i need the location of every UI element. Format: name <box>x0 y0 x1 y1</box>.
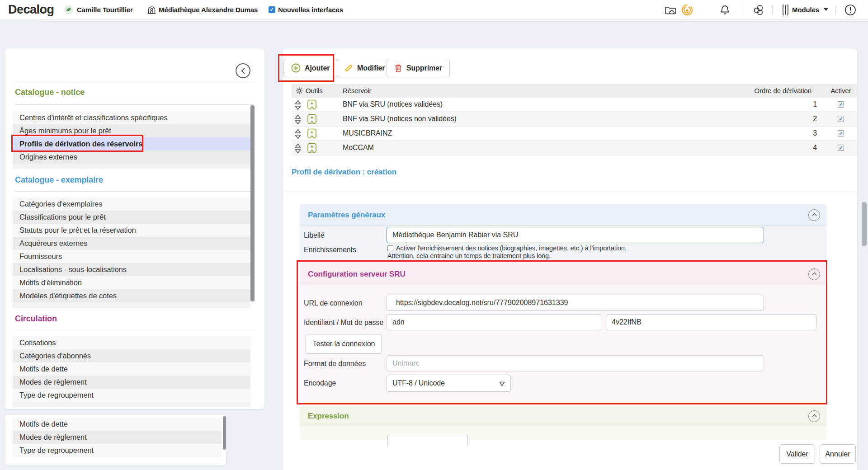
format-donnees-input <box>387 355 764 371</box>
derivation-order: 4 <box>744 144 817 152</box>
sidebar-item-modeles-etiquettes[interactable]: Modèles d'étiquettes de cotes <box>13 289 250 302</box>
page-scrollbar[interactable] <box>862 202 867 246</box>
list-filler-stripe <box>13 302 250 308</box>
table-row[interactable]: BNF via SRU (notices non validées) 2 ✓ <box>292 112 857 127</box>
decalog-logo: Decalog <box>8 3 54 17</box>
sidebar-item-fournisseurs[interactable]: Fournisseurs <box>13 250 250 263</box>
new-interfaces-label: Nouvelles interfaces <box>278 0 343 20</box>
cancel-button[interactable]: Annuler <box>820 444 856 464</box>
dropdown-triangle-icon <box>499 381 505 386</box>
enrichissement-checkbox[interactable] <box>387 245 393 251</box>
unlink-icon[interactable] <box>294 100 302 112</box>
derivation-order: 2 <box>744 115 817 123</box>
divider <box>15 83 254 83</box>
identifiant-mdp-label: Identifiant / Mot de passe <box>304 319 383 327</box>
sidebar-section-catalogue-exemplaire: Catalogue - exemplaire <box>15 175 103 185</box>
chevron-down-icon <box>824 8 828 11</box>
tester-connexion-button[interactable]: Tester la connexion <box>306 334 382 354</box>
sidebar-item-localisations[interactable]: Localisations - sous-localisations <box>13 263 250 276</box>
active-checkbox[interactable]: ✓ <box>838 130 844 136</box>
sidebar-item-ages-minimums[interactable]: Âges minimums pour le prêt <box>13 124 250 137</box>
pencil-icon <box>344 64 353 72</box>
sidebar-item-cotisations[interactable]: Cotisations <box>13 336 250 349</box>
header-separator <box>835 5 836 14</box>
notifications-bell-icon[interactable] <box>720 5 730 15</box>
sidebar-item-type-regroupement[interactable]: Type de regroupement <box>13 444 222 457</box>
overflow-panel-scrollbar[interactable] <box>223 416 226 450</box>
collapse-section-button[interactable] <box>808 268 820 280</box>
import-record-icon[interactable] <box>307 114 317 127</box>
trash-icon <box>394 64 402 73</box>
sidebar-item-origines-externes[interactable]: Origines externes <box>13 150 250 164</box>
edit-button[interactable]: Modifier <box>337 59 392 77</box>
expression-partial-field[interactable] <box>387 434 468 446</box>
import-record-icon[interactable] <box>307 128 317 141</box>
import-record-icon[interactable] <box>307 143 317 155</box>
section-expression-header[interactable]: Expression <box>300 406 826 426</box>
active-checkbox[interactable]: ✓ <box>838 116 844 122</box>
delete-button[interactable]: Supprimer <box>387 59 450 77</box>
sidebar-item-motifs-dette[interactable]: Motifs de dette <box>13 362 250 376</box>
validate-button[interactable]: Valider <box>779 444 815 464</box>
libelle-input[interactable] <box>387 227 764 243</box>
list-filler-stripe <box>13 402 250 407</box>
active-checkbox[interactable]: ✓ <box>838 101 844 108</box>
unlink-icon[interactable] <box>294 114 302 127</box>
sidebar-item-type-regroupement[interactable]: Type de regroupement <box>13 389 250 402</box>
sidebar-item-profils-derivation[interactable]: Profils de dérivation des réservoirs <box>13 137 250 150</box>
modules-cylinder-icon <box>782 5 789 15</box>
unlink-icon[interactable] <box>294 129 302 141</box>
url-connexion-input[interactable] <box>387 295 764 311</box>
sidebar-item-centres-interet[interactable]: Centres d'intérêt et classifications spé… <box>13 111 250 124</box>
encodage-select[interactable]: UTF-8 / Unicode <box>387 375 511 392</box>
unlink-icon[interactable] <box>294 143 302 155</box>
add-button-label: Ajouter <box>305 64 330 72</box>
fingerprint-icon[interactable] <box>681 4 693 16</box>
user-name[interactable]: Camille Tourtillier <box>77 0 133 20</box>
sidebar-section-circulation: Circulation <box>15 314 57 324</box>
section-sru-header[interactable]: Configuration serveur SRU <box>300 263 826 285</box>
identifiant-input[interactable] <box>387 314 601 330</box>
sidebar-item-motifs-elimination[interactable]: Motifs d'élimination <box>13 276 250 289</box>
header-separator <box>744 5 744 14</box>
mot-de-passe-input[interactable] <box>606 314 816 330</box>
section-parametres-header[interactable]: Paramètres généraux <box>300 204 826 226</box>
user-avatar-icon <box>64 5 74 15</box>
libelle-label: Libellé <box>304 231 325 240</box>
derivation-order: 3 <box>744 129 817 137</box>
derivation-order: 1 <box>744 100 817 108</box>
link-share-icon[interactable] <box>753 5 764 16</box>
sidebar-item-categories-exemplaires[interactable]: Catégories d'exemplaires <box>13 197 250 211</box>
info-icon[interactable] <box>844 4 856 16</box>
sidebar-scrollbar[interactable] <box>250 105 255 301</box>
section-parametres-generaux: Paramètres généraux Libellé Enrichisseme… <box>300 204 826 262</box>
sidebar-item-acquereurs-externes[interactable]: Acquéreurs externes <box>13 237 250 250</box>
sidebar-item-statuts-pret[interactable]: Statuts pour le prêt et la réservation <box>13 224 250 237</box>
edit-button-label: Modifier <box>357 64 385 72</box>
library-name[interactable]: Médiathèque Alexandre Dumas <box>159 0 258 20</box>
collapse-section-button[interactable] <box>808 209 820 221</box>
section-configuration-sru: Configuration serveur SRU URL de connexi… <box>300 263 826 402</box>
modules-menu[interactable]: Modules <box>792 0 819 20</box>
new-interfaces-checkbox[interactable]: ✓ <box>269 6 275 13</box>
table-row[interactable]: MUSICBRAINZ 3 ✓ <box>292 127 857 141</box>
add-button[interactable]: Ajouter <box>283 59 337 77</box>
reservoir-name: MoCCAM <box>343 144 374 152</box>
sidebar-item-modes-reglement[interactable]: Modes de règlement <box>13 376 250 389</box>
sidebar-item-modes-reglement[interactable]: Modes de règlement <box>13 431 222 444</box>
sidebar-item-categories-abonnes[interactable]: Catégories d'abonnés <box>13 349 250 362</box>
tools-column-header: Outils <box>306 87 323 94</box>
sidebar-section-catalogue-notice: Catalogue - notice <box>15 88 85 97</box>
collapse-sidebar-button[interactable] <box>236 63 250 78</box>
active-checkbox[interactable]: ✓ <box>838 145 844 151</box>
sidebar-item-motifs-dette[interactable]: Motifs de dette <box>13 418 222 431</box>
folder-cloud-icon[interactable] <box>665 5 676 15</box>
sidebar-item-classifications-pret[interactable]: Classifications pour le prêt <box>13 211 250 224</box>
header-separator <box>772 5 773 14</box>
table-row[interactable]: BNF via SRU (notices validées) 1 ✓ <box>292 98 857 112</box>
import-record-icon[interactable] <box>307 99 317 112</box>
table-header: Outils Réservoir Ordre de dérivation Act… <box>292 84 857 98</box>
collapse-section-button[interactable] <box>808 410 820 422</box>
enrichissement-text-line2: Attention, cela entraine un temps de tra… <box>387 252 551 259</box>
table-row[interactable]: MoCCAM 4 ✓ <box>292 141 857 155</box>
